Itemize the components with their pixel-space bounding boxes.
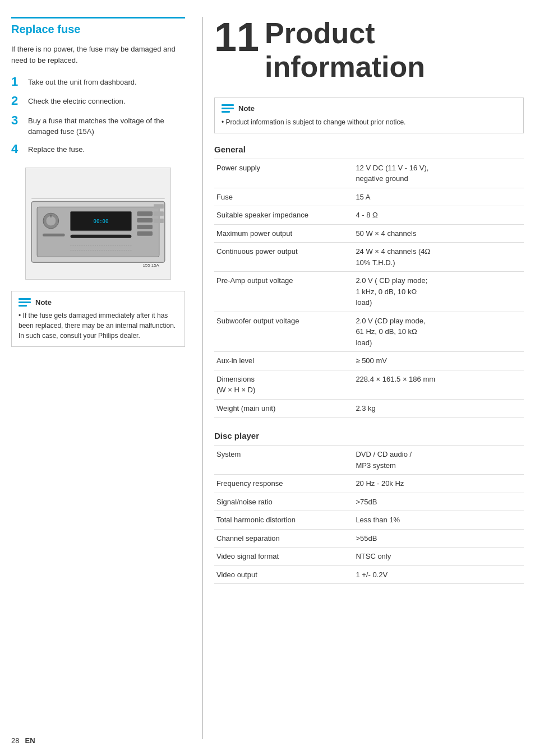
note-icon-line-3 (19, 305, 27, 307)
svg-rect-15 (154, 219, 164, 223)
spec-label: Power supply (214, 159, 353, 188)
right-column: 11 Product information Note • Product in… (202, 17, 524, 739)
spec-value: Less than 1% (353, 511, 524, 530)
table-row: Aux-in level≥ 500 mV (214, 352, 524, 370)
language: EN (25, 736, 35, 745)
note-icon-line-r1 (222, 104, 234, 106)
spec-label: Fuse (214, 188, 353, 206)
spec-label: Maximum power output (214, 224, 353, 243)
spec-label: Pre-Amp output voltage (214, 272, 353, 312)
svg-rect-14 (154, 211, 164, 216)
step-text-3: Buy a fuse that matches the voltage of t… (28, 115, 185, 137)
table-row: Fuse15 A (214, 188, 524, 206)
page-number: 28 (11, 736, 19, 745)
table-row: Video signal formatNTSC only (214, 548, 524, 566)
step-number-3: 3 (11, 113, 28, 128)
svg-rect-7 (43, 234, 65, 236)
step-number-1: 1 (11, 75, 28, 89)
spec-label: Signal/noise ratio (214, 493, 353, 511)
note-icon-line-r3 (222, 111, 230, 113)
general-spec-table: Power supply12 V DC (11 V - 16 V), negat… (214, 159, 524, 418)
spec-label: Subwoofer output voltage (214, 312, 353, 352)
table-row: SystemDVD / CD audio / MP3 system (214, 446, 524, 475)
intro-text: If there is no power, the fuse may be da… (11, 44, 185, 66)
svg-rect-11 (137, 231, 153, 236)
step-text-2: Check the electric connection. (28, 96, 185, 107)
spec-value: 2.0 V (CD play mode, 61 Hz, 0 dB, 10 kΩ … (353, 312, 524, 352)
spec-label: System (214, 446, 353, 475)
table-row: Power supply12 V DC (11 V - 16 V), negat… (214, 159, 524, 188)
step-number-2: 2 (11, 94, 28, 108)
note-text-right: • Product information is subject to chan… (222, 117, 516, 127)
device-illustration: 00:00 155 15A (25, 168, 171, 280)
spec-label: Frequency response (214, 475, 353, 493)
table-row: Total harmonic distortionLess than 1% (214, 511, 524, 530)
spec-value: 4 - 8 Ω (353, 206, 524, 225)
spec-value: DVD / CD audio / MP3 system (353, 446, 524, 475)
spec-value: ≥ 500 mV (353, 352, 524, 370)
note-icon-line-1 (19, 298, 31, 300)
svg-text:155 15A: 155 15A (142, 263, 159, 268)
spec-value: >75dB (353, 493, 524, 511)
step-3: 3 Buy a fuse that matches the voltage of… (11, 113, 185, 137)
table-row: Signal/noise ratio>75dB (214, 493, 524, 511)
spec-label: Total harmonic distortion (214, 511, 353, 530)
general-title: General (214, 145, 524, 154)
section-title: Replace fuse (11, 17, 185, 36)
spec-label: Video output (214, 565, 353, 584)
note-header-left: Note (19, 297, 178, 307)
table-row: Channel separation>55dB (214, 529, 524, 548)
spec-label: Dimensions (W × H × D) (214, 370, 353, 399)
note-icon-line-r2 (222, 108, 234, 109)
spec-value: 2.0 V ( CD play mode; 1 kHz, 0 dB, 10 kΩ… (353, 272, 524, 312)
spec-value: 15 A (353, 188, 524, 206)
step-number-4: 4 (11, 142, 28, 156)
table-row: Maximum power output50 W × 4 channels (214, 224, 524, 243)
table-row: Continuous power output24 W × 4 channels… (214, 243, 524, 272)
chapter-number: 11 (214, 17, 259, 57)
note-text-left: • If the fuse gets damaged immediately a… (19, 310, 178, 341)
disc-player-title: Disc player (214, 431, 524, 440)
table-row: Frequency response20 Hz - 20k Hz (214, 475, 524, 493)
svg-rect-4 (71, 235, 132, 238)
step-text-1: Take out the unit from dashboard. (28, 77, 185, 88)
table-row: Dimensions (W × H × D)228.4 × 161.5 × 18… (214, 370, 524, 399)
note-box-left: Note • If the fuse gets damaged immediat… (11, 291, 185, 347)
svg-text:00:00: 00:00 (94, 219, 109, 224)
step-4: 4 Replace the fuse. (11, 142, 185, 156)
spec-label: Suitable speaker impedance (214, 206, 353, 225)
table-row: Weight (main unit)2.3 kg (214, 399, 524, 418)
spec-value: 24 W × 4 channels (4Ω 10% T.H.D.) (353, 243, 524, 272)
spec-value: NTSC only (353, 548, 524, 566)
chapter-title-block: 11 Product information (214, 17, 524, 84)
svg-rect-13 (154, 205, 164, 209)
svg-rect-10 (137, 225, 153, 229)
spec-label: Aux-in level (214, 352, 353, 370)
page-footer: 28 EN (11, 736, 35, 745)
table-row: Suitable speaker impedance4 - 8 Ω (214, 206, 524, 225)
step-2: 2 Check the electric connection. (11, 94, 185, 108)
spec-label: Continuous power output (214, 243, 353, 272)
svg-rect-9 (137, 218, 153, 222)
step-1: 1 Take out the unit from dashboard. (11, 75, 185, 89)
spec-value: 12 V DC (11 V - 16 V), negative ground (353, 159, 524, 188)
left-column: Replace fuse If there is no power, the f… (11, 17, 202, 739)
note-header-right: Note (222, 104, 516, 114)
spec-value: 50 W × 4 channels (353, 224, 524, 243)
note-icon-right (222, 104, 234, 114)
note-label-right: Note (238, 104, 255, 113)
table-row: Pre-Amp output voltage2.0 V ( CD play mo… (214, 272, 524, 312)
spec-value: 1 +/- 0.2V (353, 565, 524, 584)
note-label-left: Note (35, 298, 52, 307)
spec-value: 2.3 kg (353, 399, 524, 418)
disc-player-spec-table: SystemDVD / CD audio / MP3 systemFrequen… (214, 445, 524, 584)
table-row: Subwoofer output voltage2.0 V (CD play m… (214, 312, 524, 352)
spec-label: Channel separation (214, 529, 353, 548)
note-icon-left (19, 297, 31, 307)
spec-value: 20 Hz - 20k Hz (353, 475, 524, 493)
step-list: 1 Take out the unit from dashboard. 2 Ch… (11, 75, 185, 156)
svg-rect-8 (137, 211, 153, 216)
note-icon-line-2 (19, 302, 31, 303)
spec-value: 228.4 × 161.5 × 186 mm (353, 370, 524, 399)
chapter-title: Product information (265, 17, 425, 84)
